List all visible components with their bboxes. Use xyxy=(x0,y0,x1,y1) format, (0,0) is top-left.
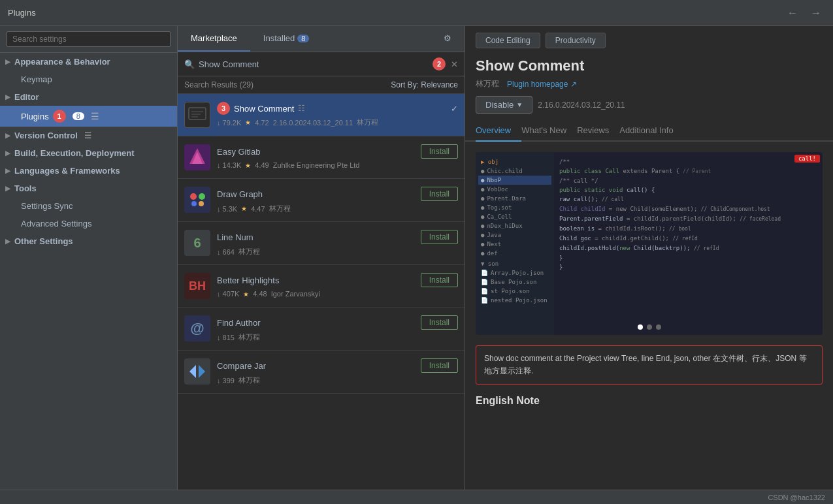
sidebar-item-build[interactable]: ▶ Build, Execution, Deployment xyxy=(0,144,177,162)
file-icon: 📄 xyxy=(481,297,488,304)
list-item[interactable]: Easy Gitlab Install ↓ 14.3K ★ 4.49 Zuhlk… xyxy=(178,136,465,179)
sidebar-item-version-control[interactable]: ▶ Version Control ☰ xyxy=(0,127,177,144)
easy-gitlab-icon xyxy=(184,144,210,170)
sidebar-item-editor[interactable]: ▶ Editor xyxy=(0,88,177,106)
tag-productivity[interactable]: Productivity xyxy=(546,33,606,48)
plugin-info: Better Highlights Install ↓ 407K ★ 4.48 … xyxy=(217,273,458,298)
icon-label: 6 xyxy=(193,236,201,251)
tab-marketplace[interactable]: Marketplace xyxy=(178,26,250,52)
sidebar-item-appearance[interactable]: ▶ Appearance & Behavior xyxy=(0,53,177,71)
tree-item: ● Next xyxy=(478,240,551,249)
install-button[interactable]: Install xyxy=(421,187,458,201)
find-author-icon: @ xyxy=(184,315,210,341)
author: 林万程 xyxy=(269,204,291,213)
sidebar-search-input[interactable] xyxy=(7,31,171,47)
back-arrow[interactable]: ← xyxy=(783,6,802,20)
plugin-name: Easy Gitlab xyxy=(217,147,260,157)
show-comment-icon xyxy=(184,102,210,128)
code-red-annotation: call! xyxy=(794,155,820,163)
tree-item: 📄 Base Pojo.son xyxy=(478,277,551,287)
code-line: Parent.parentField = childId.parentField… xyxy=(559,214,817,224)
tab-additional-info[interactable]: Additional Info xyxy=(619,120,683,142)
search-results-header: Search Results (29) Sort By: Relevance xyxy=(178,76,465,94)
chevron-icon: ▶ xyxy=(5,167,10,174)
install-button[interactable]: Install xyxy=(421,144,458,159)
circle-o xyxy=(199,201,204,206)
sidebar-item-keymap[interactable]: Keymap xyxy=(0,71,177,88)
list-item[interactable]: 6 Line Num Install ↓ 664 林万程 xyxy=(178,222,465,265)
plugin-tabs: Marketplace Installed 8 ⚙ xyxy=(178,26,465,52)
sidebar-item-tools[interactable]: ▶ Tools xyxy=(0,180,177,197)
plugin-description: Show doc comment at the Project view Tre… xyxy=(484,354,807,375)
gear-icon[interactable]: ⚙ xyxy=(431,33,465,44)
tree-item: ● Tog.sot xyxy=(478,203,551,212)
install-button[interactable]: Install xyxy=(421,230,458,244)
plugin-meta: ↓ 664 林万程 xyxy=(217,247,458,257)
caret-down-icon: ▼ xyxy=(516,101,523,108)
tree-item: ● Ca_Cell xyxy=(478,212,551,221)
list-item[interactable]: Compare Jar Install ↓ 399 林万程 xyxy=(178,351,465,394)
top-bar: Plugins ← → xyxy=(0,0,833,26)
tab-whats-new[interactable]: What's New xyxy=(521,120,577,142)
sidebar-item-advanced[interactable]: Advanced Settings xyxy=(0,215,177,232)
preview-dot-2[interactable] xyxy=(647,324,652,330)
sidebar-item-settings-sync[interactable]: Settings Sync xyxy=(0,197,177,215)
code-line: boolean is = childId.isRoot(); // bool xyxy=(559,224,817,234)
disable-button[interactable]: Disable ▼ xyxy=(476,96,532,114)
list-item[interactable]: 3 Show Comment ☷ ✓ ↓ 79.2K ★ 4.72 2.16.0… xyxy=(178,94,465,136)
installed-check-icon: ✓ xyxy=(451,104,458,114)
tab-reviews[interactable]: Reviews xyxy=(577,120,619,142)
plugin-description-box: Show doc comment at the Project view Tre… xyxy=(476,345,823,385)
chevron-icon: ▶ xyxy=(5,58,10,65)
close-icon[interactable]: ✕ xyxy=(451,59,458,69)
install-button[interactable]: Install xyxy=(421,315,458,330)
tree-item: ● def xyxy=(478,249,551,258)
plugin-meta: ↓ 815 林万程 xyxy=(217,332,458,342)
center-panel: Marketplace Installed 8 ⚙ 🔍 2 ✕ Search R… xyxy=(178,26,465,490)
downloads: ↓ 5.3K xyxy=(217,205,237,213)
chevron-icon: ▶ xyxy=(5,150,10,157)
right-content: ▶ obj ● Chic.child ● NboP ● VobDoc ● Par… xyxy=(465,142,833,490)
sidebar-item-label: Build, Execution, Deployment xyxy=(14,148,134,158)
plugin-info: Easy Gitlab Install ↓ 14.3K ★ 4.49 Zuhlk… xyxy=(217,144,458,169)
install-button[interactable]: Install xyxy=(421,273,458,287)
sidebar-item-other[interactable]: ▶ Other Settings xyxy=(0,232,177,250)
list-item[interactable]: Draw Graph Install ↓ 5.3K ★ 4.47 林万程 xyxy=(178,179,465,222)
list-item[interactable]: @ Find Author Install ↓ 815 林万程 xyxy=(178,307,465,351)
plugin-info: Find Author Install ↓ 815 林万程 xyxy=(217,315,458,342)
sidebar: ▶ Appearance & Behavior Keymap ▶ Editor … xyxy=(0,26,178,490)
svg-marker-6 xyxy=(199,365,205,378)
tree-label: ▶ obj xyxy=(478,157,551,166)
step-3-badge: 3 xyxy=(217,102,230,115)
bullet-icon: ● xyxy=(481,241,484,247)
preview-dot-3[interactable] xyxy=(656,324,661,330)
graph-circles xyxy=(190,193,205,206)
sidebar-item-languages[interactable]: ▶ Languages & Frameworks xyxy=(0,162,177,180)
plugin-name: Draw Graph xyxy=(217,189,263,199)
sidebar-item-plugins[interactable]: Plugins 1 8 ☰ xyxy=(0,106,177,127)
code-main-area: call! /** public class Call extends Pare… xyxy=(554,152,823,335)
plugin-homepage-link[interactable]: Plugin homepage ↗ xyxy=(507,80,577,89)
code-preview-area: ▶ obj ● Chic.child ● NboP ● VobDoc ● Par… xyxy=(476,152,823,335)
list-item[interactable]: BH Better Highlights Install ↓ 407K ★ 4.… xyxy=(178,265,465,307)
plugin-name-row: Better Highlights Install xyxy=(217,273,458,287)
sidebar-item-label: Other Settings xyxy=(14,236,73,246)
circle-g xyxy=(199,193,205,200)
tab-overview[interactable]: Overview xyxy=(476,120,521,142)
install-button[interactable]: Install xyxy=(421,358,458,373)
author: 林万程 xyxy=(357,118,378,127)
rating: 4.47 xyxy=(251,205,265,213)
downloads: ↓ 79.2K xyxy=(217,119,241,127)
plugin-search-input[interactable] xyxy=(199,59,429,69)
code-line: } xyxy=(559,253,817,262)
plugin-author-row: 林万程 Plugin homepage ↗ xyxy=(476,78,823,89)
plugin-version: 2.16.0.2024.03.12_20.11 xyxy=(538,101,625,110)
forward-arrow[interactable]: → xyxy=(807,6,825,20)
tag-code-editing[interactable]: Code Editing xyxy=(476,33,540,48)
draw-graph-icon xyxy=(184,187,210,213)
tab-installed[interactable]: Installed 8 xyxy=(250,26,323,52)
preview-dot-1[interactable] xyxy=(638,324,643,330)
chevron-icon: ▶ xyxy=(5,238,10,245)
plugin-tags: Code Editing Productivity xyxy=(465,26,833,55)
sort-by[interactable]: Sort By: Relevance xyxy=(391,80,458,89)
